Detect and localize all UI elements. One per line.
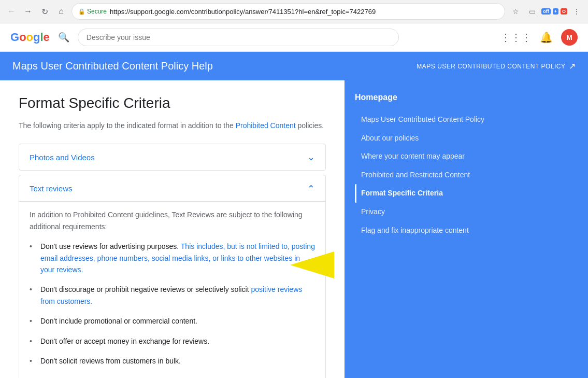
bullet-text-2: Don't discourage or prohibit negative re… — [40, 284, 315, 307]
address-bar[interactable]: 🔒 Secure https://support.google.com/cont… — [71, 3, 505, 20]
sidebar-item-where-content[interactable]: Where your content may appear — [355, 147, 578, 166]
text-reviews-intro: In addition to Prohibited Content guidel… — [30, 209, 315, 232]
sidebar-heading: Homepage — [355, 91, 578, 104]
sidebar-item-privacy[interactable]: Privacy — [355, 203, 578, 221]
page-title: Format Specific Criteria — [19, 95, 326, 111]
search-icon: 🔍 — [58, 32, 69, 43]
apps-icon[interactable]: ⋮⋮⋮ — [500, 31, 532, 44]
search-input[interactable] — [78, 29, 399, 46]
browser-actions: ☆ ▭ off + O ⋮ — [508, 4, 584, 19]
secure-badge: 🔒 Secure — [78, 8, 107, 15]
ext-off-badge: off — [541, 8, 551, 15]
bullet-2: Don't discourage or prohibit negative re… — [30, 284, 315, 307]
refresh-button[interactable]: ↻ — [37, 4, 52, 19]
accordion-label-text-reviews: Text reviews — [30, 184, 73, 193]
desc-link[interactable]: Prohibited Content — [236, 121, 296, 130]
bullet-3: Don't include promotional or commercial … — [30, 315, 315, 327]
notification-icon[interactable]: 🔔 — [540, 31, 553, 44]
sidebar-item-flag-fix[interactable]: Flag and fix inappropriate content — [355, 221, 578, 240]
bullet-1: Don't use reviews for advertising purpos… — [30, 241, 315, 275]
cast-button[interactable]: ▭ — [525, 4, 539, 19]
lock-icon: 🔒 — [78, 8, 85, 15]
home-button[interactable]: ⌂ — [54, 4, 68, 19]
header-right: ⋮⋮⋮ 🔔 M — [500, 29, 578, 46]
sidebar-section: Homepage Maps User Contributed Content P… — [355, 91, 578, 240]
bookmark-button[interactable]: ☆ — [508, 4, 523, 19]
accordion-header-text-reviews[interactable]: Text reviews ⌄ — [19, 175, 325, 201]
browser-toolbar: ← → ↻ ⌂ 🔒 Secure https://support.google.… — [0, 0, 588, 23]
ext-addon-badge: + — [553, 8, 558, 15]
forward-button[interactable]: → — [21, 4, 35, 19]
policy-link[interactable]: MAPS USER CONTRIBUTED CONTENT POLICY ↗ — [417, 61, 576, 71]
sidebar: Homepage Maps User Contributed Content P… — [345, 80, 588, 378]
help-title: Maps User Contributed Content Policy Hel… — [12, 60, 213, 72]
yellow-arrow — [290, 251, 334, 278]
chevron-down-icon-photos: ⌄ — [307, 151, 315, 163]
secure-label: Secure — [87, 8, 107, 15]
sidebar-item-prohibited[interactable]: Prohibited and Restricted Content — [355, 166, 578, 185]
nav-buttons: ← → ↻ ⌂ — [4, 4, 68, 19]
browser-chrome: ← → ↻ ⌂ 🔒 Secure https://support.google.… — [0, 0, 588, 23]
accordion-header-photos-videos[interactable]: Photos and Videos ⌄ — [19, 144, 325, 170]
policy-link-text: MAPS USER CONTRIBUTED CONTENT POLICY — [417, 63, 565, 70]
text-reviews-bullets: Don't use reviews for advertising purpos… — [30, 241, 315, 367]
menu-button[interactable]: ⋮ — [569, 4, 584, 19]
google-logo: Google — [10, 31, 50, 44]
sidebar-item-format-criteria[interactable]: Format Specific Criteria — [355, 184, 578, 203]
desc-suffix: policies. — [296, 121, 324, 130]
avatar[interactable]: M — [561, 29, 578, 46]
ext-red-badge: O — [561, 8, 567, 15]
google-header: Google 🔍 ⋮⋮⋮ 🔔 M — [0, 23, 588, 52]
accordion-label-photos-videos: Photos and Videos — [30, 153, 95, 162]
bullet-link-1: This includes, but is not limited to, po… — [40, 242, 315, 274]
external-link-icon: ↗ — [569, 61, 576, 71]
bullet-text-1: Don't use reviews for advertising purpos… — [40, 241, 315, 275]
logo-o1: o — [19, 31, 26, 44]
main-layout: Format Specific Criteria The following c… — [0, 80, 588, 378]
accordion-photos-videos: Photos and Videos ⌄ — [19, 144, 326, 171]
help-header: Maps User Contributed Content Policy Hel… — [0, 52, 588, 80]
url-text: https://support.google.com/contributionp… — [110, 8, 498, 16]
bullet-text-3: Don't include promotional or commercial … — [40, 315, 197, 327]
logo-g: G — [10, 31, 19, 44]
bullet-text-4: Don't offer or accept money in exchange … — [40, 335, 209, 347]
content-box: Format Specific Criteria The following c… — [0, 80, 345, 378]
content-wrapper: Format Specific Criteria The following c… — [0, 80, 345, 378]
bullet-text-5: Don't solicit reviews from customers in … — [40, 355, 181, 367]
bullet-link-2: positive reviews from customers. — [40, 285, 302, 305]
chevron-up-icon-reviews: ⌄ — [307, 183, 315, 194]
sidebar-item-maps-policy[interactable]: Maps User Contributed Content Policy — [355, 110, 578, 129]
bullet-5: Don't solicit reviews from customers in … — [30, 355, 315, 367]
logo-e: e — [44, 31, 50, 44]
desc-prefix: The following criteria apply to the indi… — [19, 121, 236, 130]
page-description: The following criteria apply to the indi… — [19, 120, 326, 131]
logo-g2: g — [33, 31, 40, 44]
bullet-4: Don't offer or accept money in exchange … — [30, 335, 315, 347]
yellow-arrow-container — [290, 251, 334, 278]
sidebar-item-about[interactable]: About our policies — [355, 129, 578, 148]
back-button[interactable]: ← — [4, 4, 19, 19]
accordion-text-reviews: Text reviews ⌄ In addition to Prohibited… — [19, 175, 326, 378]
accordion-content-text-reviews: In addition to Prohibited Content guidel… — [19, 201, 325, 378]
logo-o2: o — [26, 31, 33, 44]
